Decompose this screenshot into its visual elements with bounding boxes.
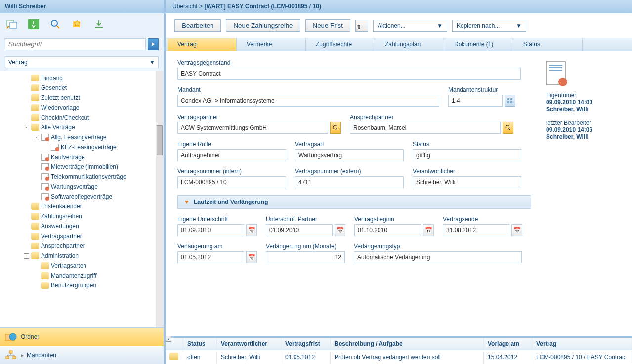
new-payment-button[interactable]: Neue Zahlungsreihe — [226, 19, 300, 32]
start-field[interactable]: 01.10.2010 — [354, 224, 421, 236]
svg-point-14 — [333, 125, 337, 129]
tree-scrollbar[interactable] — [156, 71, 164, 327]
grid-header-cell[interactable]: Vertragsfrist — [281, 338, 331, 350]
tab-status[interactable]: Status — [513, 38, 583, 51]
document-icon[interactable] — [546, 61, 566, 85]
end-field[interactable]: 31.08.2012 — [443, 224, 509, 236]
tree-item-label: Zahlungsreihen — [41, 213, 82, 220]
expander-icon[interactable]: - — [34, 135, 39, 140]
type-field[interactable]: Wartungsvertrag — [295, 149, 404, 161]
tree-item[interactable]: Ansprechpartner — [0, 241, 164, 251]
grid-cell[interactable]: Prüfen ob Vertrag verlängert werden soll — [331, 351, 484, 363]
tree-item[interactable]: Gesendet — [0, 83, 164, 93]
responsible-field[interactable]: Schreiber, Willi — [413, 176, 521, 188]
folder-tree: EingangGesendetZuletzt benutztWiedervorl… — [0, 71, 164, 327]
tree-item[interactable]: Benutzergruppen — [0, 281, 164, 290]
tree-item[interactable]: Vertragspartner — [0, 231, 164, 241]
tab-vertrag[interactable]: Vertrag — [168, 38, 237, 51]
calendar-button[interactable]: 📅 — [511, 224, 522, 236]
doc-icon — [41, 163, 49, 170]
breadcrumb-root[interactable]: Übersicht — [172, 3, 198, 10]
section-runtime[interactable]: ▼Laufzeit und Verlängerung — [177, 195, 531, 209]
expander-icon[interactable]: - — [24, 125, 29, 130]
ext-type-field[interactable]: Automatische Verlängerung — [354, 251, 522, 263]
tree-item[interactable]: Eingang — [0, 73, 164, 83]
tree-item[interactable]: -Allg. Leasingverträge — [0, 132, 164, 142]
grid-header-cell[interactable]: Vertrag — [532, 338, 632, 350]
grid-cell[interactable] — [166, 350, 183, 364]
tree-item[interactable]: Mietverträge (Immobilien) — [0, 162, 164, 172]
sign-partner-field[interactable]: 01.09.2010 — [266, 224, 333, 236]
search-icon[interactable] — [48, 18, 62, 30]
contact-label: Ansprechpartner — [350, 114, 513, 121]
tab-zahlungsplan[interactable]: Zahlungsplan — [375, 38, 444, 51]
client-struct-field[interactable]: 1.4 — [448, 95, 503, 107]
search-button[interactable] — [148, 38, 159, 50]
num-ext-field[interactable]: 4711 — [295, 176, 404, 188]
partner-lookup-button[interactable] — [330, 122, 341, 134]
tree-item[interactable]: Fristenkalender — [0, 202, 164, 211]
svg-rect-10 — [507, 98, 509, 100]
tree-item[interactable]: KFZ-Leasingverträge — [0, 142, 164, 152]
tree-item[interactable]: Zuletzt benutzt — [0, 93, 164, 103]
splitter-handle[interactable]: ◂ — [166, 336, 171, 342]
tab-dokumente[interactable]: Dokumente (1) — [444, 38, 513, 51]
exit-icon[interactable] — [27, 18, 41, 30]
tree-item[interactable]: Auswertungen — [0, 221, 164, 231]
actions-dropdown[interactable]: Aktionen...▼ — [373, 20, 447, 32]
calendar-button[interactable]: 📅 — [246, 251, 257, 263]
contact-field[interactable]: Rosenbaum, Marcel — [350, 122, 501, 134]
download-icon[interactable] — [92, 18, 106, 30]
struct-lookup-button[interactable] — [505, 95, 515, 107]
grid-cell[interactable]: offen — [183, 351, 217, 363]
grid-header-cell[interactable]: Beschreibung / Aufgabe — [331, 338, 484, 350]
tree-item[interactable]: Mandantenzugriff — [0, 271, 164, 281]
grid-cell[interactable]: LCM-000895 / 10 / EASY Contrac — [532, 351, 632, 363]
tree-item[interactable]: -Alle Verträge — [0, 122, 164, 132]
contact-lookup-button[interactable] — [503, 122, 513, 134]
grid-cell[interactable]: 15.04.2012 — [484, 351, 532, 363]
calendar-button[interactable]: 📅 — [246, 224, 257, 236]
folder-icon — [169, 353, 178, 360]
grid-cell[interactable]: 01.05.2012 — [281, 351, 331, 363]
partner-field[interactable]: ACW Systemvermittlungs GmbH — [177, 122, 328, 134]
search-input[interactable] — [5, 38, 146, 50]
tab-zugriffsrechte[interactable]: Zugriffsrechte — [306, 38, 375, 51]
status-field[interactable]: gültig — [413, 149, 521, 161]
lock-icon — [31, 114, 39, 121]
tree-item-label: Vertragsarten — [51, 262, 86, 269]
tree-item[interactable]: Telekommunikationsverträge — [0, 172, 164, 182]
ext-by-field[interactable]: 12 — [266, 251, 345, 263]
copy-dropdown[interactable]: Kopieren nach...▼ — [452, 20, 526, 32]
client-field[interactable]: Condex AG -> Informationssysteme — [177, 95, 439, 107]
favorites-icon[interactable] — [70, 18, 84, 30]
panel-mandanten[interactable]: ▸ Mandanten — [0, 346, 164, 364]
tab-vermerke[interactable]: Vermerke — [237, 38, 306, 51]
tree-item[interactable]: Checkin/Checkout — [0, 113, 164, 122]
grid-header-cell[interactable]: Status — [183, 338, 217, 350]
sign-own-field[interactable]: 01.09.2010 — [177, 224, 244, 236]
new-window-icon[interactable] — [5, 18, 19, 30]
role-field[interactable]: Auftragnehmer — [177, 149, 286, 161]
subject-field[interactable]: EASY Contract — [177, 68, 521, 80]
grid-cell[interactable]: Schreiber, Willi — [217, 351, 281, 363]
tree-item[interactable]: Wartungsverträge — [0, 182, 164, 192]
attachment-button[interactable] — [355, 20, 368, 32]
num-int-field[interactable]: LCM-000895 / 10 — [177, 176, 286, 188]
new-deadline-button[interactable]: Neue Frist — [305, 19, 350, 32]
expander-icon[interactable]: - — [24, 253, 29, 259]
tree-item[interactable]: Kaufverträge — [0, 152, 164, 162]
tree-item[interactable]: -Administration — [0, 251, 164, 261]
calendar-button[interactable]: 📅 — [423, 224, 434, 236]
tree-item[interactable]: Zahlungsreihen — [0, 211, 164, 221]
tree-item[interactable]: Vertragsarten — [0, 261, 164, 271]
ext-on-field[interactable]: 01.05.2012 — [177, 251, 244, 263]
edit-button[interactable]: Bearbeiten — [174, 19, 221, 32]
tree-item[interactable]: Softwarepflegeverträge — [0, 192, 164, 202]
tree-item[interactable]: Wiedervorlage — [0, 103, 164, 113]
panel-ordner[interactable]: Ordner — [0, 327, 164, 346]
grid-header-cell[interactable]: Vorlage am — [484, 338, 532, 350]
filter-dropdown[interactable]: Vertrag ▼ — [5, 56, 159, 68]
grid-header-cell[interactable]: Verantwortlicher — [217, 338, 281, 350]
calendar-button[interactable]: 📅 — [335, 224, 345, 236]
